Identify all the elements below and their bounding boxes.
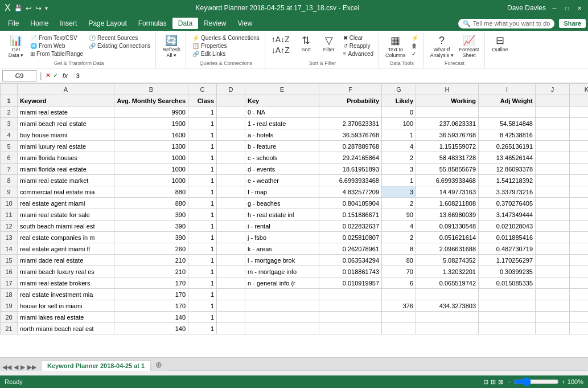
clear-button[interactable]: ✖ Clear	[342, 34, 375, 42]
cell-f5[interactable]: 0.287889768	[319, 141, 382, 152]
row-number[interactable]: 12	[1, 220, 18, 232]
cell-j11[interactable]	[536, 209, 570, 220]
cell-i13[interactable]: 0.011885416	[479, 232, 536, 243]
cell-j12[interactable]	[536, 220, 570, 232]
cell-e2[interactable]: 0 - NA	[245, 107, 319, 118]
cell-d10[interactable]	[217, 198, 245, 209]
cell-a15[interactable]: miami dade real estate	[18, 255, 114, 266]
cell-f14[interactable]: 0.262078961	[319, 243, 382, 255]
row-number[interactable]: 1	[1, 95, 18, 107]
edit-links-button[interactable]: 🔗 Edit Links	[191, 50, 261, 58]
cell-a13[interactable]: real estate companies in m	[18, 232, 114, 243]
cell-d16[interactable]	[217, 266, 245, 277]
cell-j3[interactable]	[536, 118, 570, 129]
cell-i8[interactable]: 1.541218392	[479, 175, 536, 186]
tell-me-text[interactable]: Tell me what you want to do	[473, 20, 550, 27]
cell-e19[interactable]	[245, 300, 319, 312]
cell-h10[interactable]: 1.608211808	[416, 198, 479, 209]
cell-h6[interactable]: 58.48331728	[416, 152, 479, 164]
undo-icon[interactable]: ↩	[26, 4, 32, 13]
row-number[interactable]: 14	[1, 243, 18, 255]
cell-a14[interactable]: real estate agent miami fl	[18, 243, 114, 255]
cell-d12[interactable]	[217, 220, 245, 232]
cell-d5[interactable]	[217, 141, 245, 152]
cell-j8[interactable]	[536, 175, 570, 186]
col-header-h[interactable]: H	[416, 84, 479, 95]
cell-j13[interactable]	[536, 232, 570, 243]
row-number[interactable]: 11	[1, 209, 18, 220]
cell-b12[interactable]: 390	[114, 220, 188, 232]
sort-button[interactable]: ⇅ Sort	[296, 34, 316, 54]
row-number[interactable]: 7	[1, 164, 18, 175]
cell-f18[interactable]	[319, 289, 382, 300]
cell-reference-input[interactable]	[2, 70, 36, 81]
cell-g10[interactable]: 2	[382, 198, 416, 209]
flash-fill-button[interactable]: ⚡	[410, 34, 420, 42]
cell-g20[interactable]	[382, 312, 416, 323]
cell-d19[interactable]	[217, 300, 245, 312]
cell-d14[interactable]	[217, 243, 245, 255]
cell-d21[interactable]	[217, 323, 245, 334]
cell-e12[interactable]: i - rental	[245, 220, 319, 232]
cell-b11[interactable]: 390	[114, 209, 188, 220]
data-validation-button[interactable]: ✓	[410, 50, 420, 58]
cell-d3[interactable]	[217, 118, 245, 129]
cell-e18[interactable]	[245, 289, 319, 300]
cell-d15[interactable]	[217, 255, 245, 266]
cell-a2[interactable]: miami real estate	[18, 107, 114, 118]
cell-f13[interactable]: 0.025810807	[319, 232, 382, 243]
cell-g4[interactable]: 1	[382, 129, 416, 141]
cell-f16[interactable]: 0.018861743	[319, 266, 382, 277]
cell-c18[interactable]: 1	[188, 289, 217, 300]
cell-h9[interactable]: 14.49773163	[416, 186, 479, 198]
properties-button[interactable]: 📋 Properties	[191, 42, 261, 50]
row-number[interactable]: 15	[1, 255, 18, 266]
remove-duplicates-button[interactable]: 🗑	[410, 42, 420, 50]
cell-g15[interactable]: 80	[382, 255, 416, 266]
add-sheet-button[interactable]: ⊕	[151, 358, 167, 371]
cell-g2[interactable]: 0	[382, 107, 416, 118]
cell-c9[interactable]: 1	[188, 186, 217, 198]
outline-button[interactable]: ⊟ Outline	[490, 34, 511, 54]
cell-j1[interactable]	[536, 95, 570, 107]
cell-d2[interactable]	[217, 107, 245, 118]
cell-d6[interactable]	[217, 152, 245, 164]
row-number[interactable]: 2	[1, 107, 18, 118]
menu-review[interactable]: Review	[198, 18, 232, 29]
redo-icon[interactable]: ↪	[35, 4, 42, 13]
from-web-button[interactable]: 🌐 From Web	[28, 42, 85, 50]
cell-a4[interactable]: buy house miami	[18, 129, 114, 141]
cell-e4[interactable]: a - hotels	[245, 129, 319, 141]
text-to-columns-button[interactable]: ▦ Text to Columns	[384, 34, 408, 59]
cell-k5[interactable]	[570, 141, 589, 152]
cell-i4[interactable]: 8.42538816	[479, 129, 536, 141]
cell-f15[interactable]: 0.063534294	[319, 255, 382, 266]
cell-a6[interactable]: miami florida houses	[18, 152, 114, 164]
cell-b1[interactable]: Avg. Monthly Searches	[114, 95, 188, 107]
cell-k17[interactable]	[570, 277, 589, 289]
cell-h12[interactable]: 0.091330548	[416, 220, 479, 232]
cell-d7[interactable]	[217, 164, 245, 175]
cell-f2[interactable]	[319, 107, 382, 118]
cell-b7[interactable]: 1000	[114, 164, 188, 175]
save-icon[interactable]: 💾	[14, 5, 22, 12]
cell-k21[interactable]	[570, 323, 589, 334]
col-header-j[interactable]: J	[536, 84, 570, 95]
cell-e6[interactable]: c - schools	[245, 152, 319, 164]
cell-e14[interactable]: k - areas	[245, 243, 319, 255]
cell-b14[interactable]: 260	[114, 243, 188, 255]
cell-h15[interactable]: 5.08274352	[416, 255, 479, 266]
cell-b21[interactable]: 140	[114, 323, 188, 334]
row-number[interactable]: 6	[1, 152, 18, 164]
cell-e20[interactable]	[245, 312, 319, 323]
cell-b15[interactable]: 210	[114, 255, 188, 266]
share-button[interactable]: Share	[559, 19, 586, 28]
cell-h21[interactable]	[416, 323, 479, 334]
sort-az-button[interactable]: ↑A↓Z	[270, 34, 291, 44]
cell-f6[interactable]: 29.24165864	[319, 152, 382, 164]
cell-d4[interactable]	[217, 129, 245, 141]
what-if-button[interactable]: ? What-If Analysis ▾	[429, 34, 455, 59]
tab-nav-next[interactable]: ▶	[20, 364, 25, 371]
cell-b18[interactable]: 170	[114, 289, 188, 300]
cell-h16[interactable]: 1.32032201	[416, 266, 479, 277]
